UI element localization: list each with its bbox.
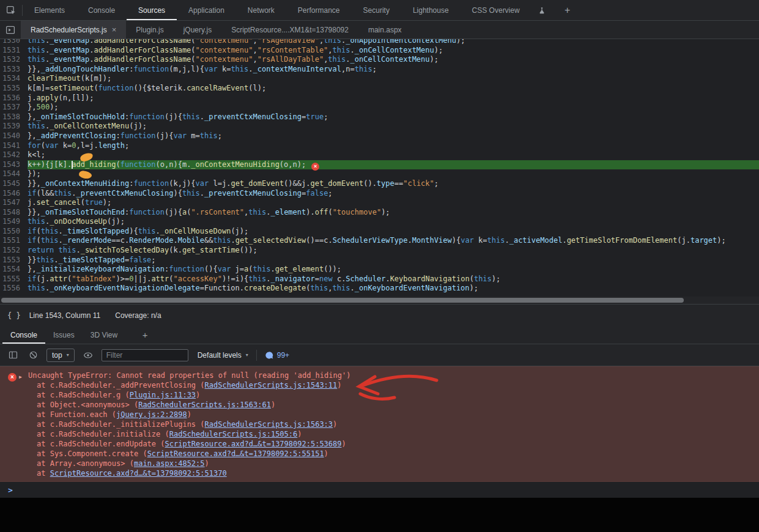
code-text[interactable]: }},_addLongTouchHandler:function(m,j,l){… [28, 65, 759, 75]
code-text[interactable]: j.apply(n,[l]); [28, 94, 759, 103]
clear-console-icon[interactable] [26, 349, 40, 362]
close-icon[interactable]: × [112, 25, 117, 34]
line-number[interactable]: 1556 [0, 284, 28, 294]
live-expression-eye-icon[interactable] [81, 349, 95, 362]
source-editor[interactable]: 1530this._eventMap.addHandlerForClassNam… [0, 39, 759, 297]
code-text[interactable]: return this._switchToSelectedDay(k.get_s… [28, 246, 759, 256]
line-number[interactable]: 1545 [0, 179, 28, 189]
log-levels-dropdown[interactable]: Default levels ▾ [198, 351, 248, 360]
panel-tab-lighthouse[interactable]: Lighthouse [401, 0, 461, 20]
code-text[interactable]: },_initializeKeyboardNavigation:function… [28, 265, 759, 275]
line-number[interactable]: 1547 [0, 198, 28, 208]
horizontal-scrollbar[interactable] [0, 297, 759, 304]
stack-link[interactable]: RadSchedulerScripts.js:1505:6 [169, 430, 298, 438]
code-text[interactable]: }},_onTimeSlotTouchEnd:function(j){a(".r… [28, 208, 759, 218]
line-number[interactable]: 1535 [0, 84, 28, 94]
line-number[interactable]: 1550 [0, 227, 28, 237]
code-text[interactable]: clearTimeout(k[m]); [28, 74, 759, 84]
file-tab-scriptresource-xm1-t-13798092[interactable]: ScriptResource....XM1&t=13798092 [221, 21, 358, 39]
stack-link[interactable]: RadSchedulerScripts.js:1563:61 [138, 401, 271, 409]
code-text[interactable]: }},_onContextMenuHiding:function(k,j){va… [28, 179, 759, 189]
code-text[interactable]: },_addPreventClosing:function(j){var m=t… [28, 131, 759, 141]
line-number[interactable]: 1530 [0, 39, 28, 46]
code-text[interactable]: this._onDocMouseUp(j); [28, 217, 759, 227]
stack-link[interactable]: ScriptResource.axd?d…&t=13798092:5:51370 [50, 469, 227, 478]
horizontal-scrollbar-thumb[interactable] [1, 298, 684, 303]
panel-tab-security[interactable]: Security [352, 0, 401, 20]
code-text[interactable]: }}this._timeSlotTapped=false; [28, 256, 759, 265]
code-text[interactable]: for(var k=0,l=j.length; [28, 141, 759, 151]
stack-link[interactable]: Plugin.js:11:33 [130, 391, 196, 399]
line-number[interactable]: 1538 [0, 113, 28, 122]
line-number[interactable]: 1552 [0, 246, 28, 256]
stack-link[interactable]: RadSchedulerScripts.js:1543:11 [205, 381, 338, 390]
panel-tab-css-overview[interactable]: CSS Overview [461, 0, 531, 20]
code-text[interactable]: this._onKeyboardEventNavigationDelegate=… [28, 284, 759, 294]
code-text[interactable]: k++){j[k].add_hiding(function(o,n){m._on… [28, 160, 759, 170]
drawer-tab-issues[interactable]: Issues [45, 326, 83, 344]
line-number[interactable]: 1531 [0, 46, 28, 56]
line-number[interactable]: 1555 [0, 275, 28, 284]
stack-link[interactable]: ScriptResource.axd?d…&t=13798092:5:53689 [165, 440, 342, 448]
code-text[interactable]: },_onTimeSlotTouchHold:function(j){this.… [28, 113, 759, 122]
code-text[interactable]: k[m]=setTimeout(function(){$telerik.canc… [28, 84, 759, 94]
experiment-flask-icon[interactable] [534, 0, 550, 20]
console-prompt[interactable]: > [0, 482, 759, 498]
code-text[interactable]: j.set_cancel(true); [28, 198, 759, 208]
stack-link[interactable]: jQuery.js:2:2898 [116, 410, 187, 419]
line-number[interactable]: 1548 [0, 208, 28, 218]
stack-link[interactable]: RadSchedulerScripts.js:1563:3 [205, 420, 333, 429]
expand-triangle-icon[interactable]: ▶ [19, 372, 22, 382]
panel-tab-network[interactable]: Network [236, 0, 286, 20]
file-tab-radschedulerscripts-js[interactable]: RadSchedulerScripts.js× [21, 21, 126, 39]
panel-tab-application[interactable]: Application [177, 0, 236, 20]
issues-counter[interactable]: 99+ [265, 351, 289, 360]
line-number[interactable]: 1554 [0, 265, 28, 275]
drawer-tab-console[interactable]: Console [2, 326, 45, 344]
line-number[interactable]: 1534 [0, 74, 28, 84]
code-text[interactable]: k<l; [28, 150, 759, 160]
pretty-print-button[interactable]: { } [7, 311, 21, 320]
panel-tab-console[interactable]: Console [76, 0, 127, 20]
console-filter-input[interactable] [102, 349, 188, 361]
line-number[interactable]: 1553 [0, 256, 28, 265]
more-drawer-tabs-button[interactable]: + [136, 326, 154, 344]
code-text[interactable]: if(l&&this._preventCtxMenuClosing){this.… [28, 189, 759, 199]
code-text[interactable]: if(this._renderMode==c.RenderMode.Mobile… [28, 236, 759, 246]
line-number[interactable]: 1532 [0, 55, 28, 65]
panel-tab-elements[interactable]: Elements [23, 0, 76, 20]
code-text[interactable]: this._eventMap.addHandlerForClassName("c… [28, 55, 759, 65]
line-number[interactable]: 1551 [0, 236, 28, 246]
file-tab-plugin-js[interactable]: Plugin.js [126, 21, 173, 39]
panel-tab-performance[interactable]: Performance [286, 0, 352, 20]
line-number[interactable]: 1541 [0, 141, 28, 151]
navigator-toggle-icon[interactable] [0, 21, 21, 39]
file-tab-jquery-js[interactable]: jQuery.js [174, 21, 221, 39]
code-text[interactable]: },500); [28, 103, 759, 113]
line-number[interactable]: 1536 [0, 94, 28, 103]
line-number[interactable]: 1543 [0, 160, 28, 170]
line-number[interactable]: 1537 [0, 103, 28, 113]
line-number[interactable]: 1546 [0, 189, 28, 199]
inspect-element-icon[interactable] [0, 0, 22, 20]
code-text[interactable]: this._eventMap.addHandlerForClassName("c… [28, 39, 759, 46]
stack-link[interactable]: ScriptResource.axd?d…&t=13798092:5:55151 [147, 449, 324, 458]
line-number[interactable]: 1533 [0, 65, 28, 75]
console-sidebar-toggle-icon[interactable] [6, 349, 20, 362]
drawer-tab-3d-view[interactable]: 3D View [83, 326, 125, 344]
code-text[interactable]: this._eventMap.addHandlerForClassName("c… [28, 46, 759, 56]
panel-tab-sources[interactable]: Sources [127, 0, 177, 20]
code-text[interactable]: this._onCellContextMenu(j); [28, 122, 759, 131]
more-panels-button[interactable]: + [560, 0, 576, 20]
code-text[interactable]: if(j.attr("tabIndex")>=0||j.attr("access… [28, 275, 759, 284]
stack-link[interactable]: main.aspx:4852:5 [134, 459, 205, 468]
line-number[interactable]: 1549 [0, 217, 28, 227]
line-number[interactable]: 1540 [0, 131, 28, 141]
javascript-context-dropdown[interactable]: top ▾ [46, 349, 75, 362]
code-text[interactable]: }); [28, 169, 759, 179]
line-number[interactable]: 1542 [0, 150, 28, 160]
line-number[interactable]: 1544 [0, 169, 28, 179]
file-tab-main-aspx[interactable]: main.aspx [358, 21, 412, 39]
code-text[interactable]: if(this._timeSlotTapped){this._onCellMou… [28, 227, 759, 237]
line-number[interactable]: 1539 [0, 122, 28, 131]
